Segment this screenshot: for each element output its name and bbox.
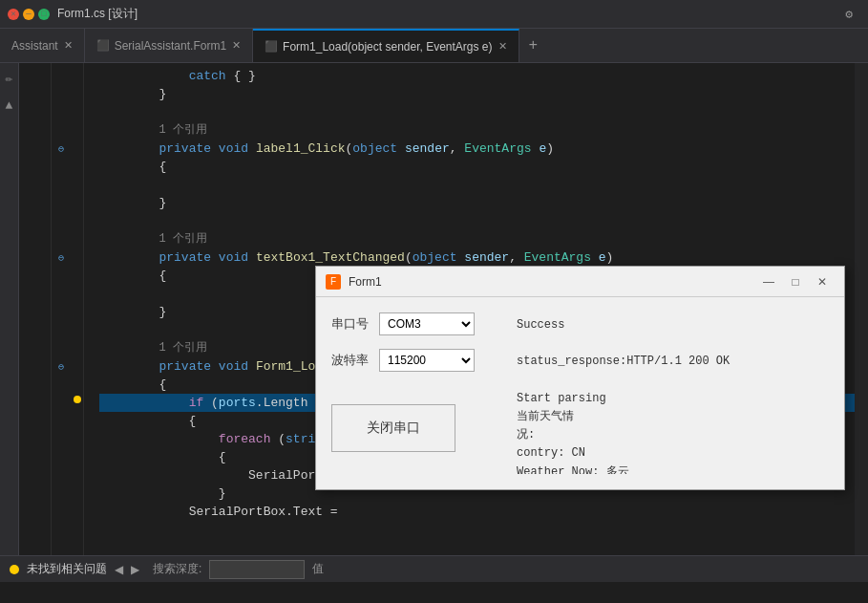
form1-output: Success status_response:HTTP/1.1 200 OK … <box>513 312 829 474</box>
indicator-2 <box>71 81 83 99</box>
baud-rate-select[interactable]: 115200 9600 19200 38400 57600 <box>379 349 475 372</box>
form1-dialog: F Form1 — □ ✕ 串口号 COM3 COM1 COM2 COM4 波特… <box>315 266 845 490</box>
fold-column: ⊖ ⊖ ⊖ <box>52 63 71 555</box>
window-title: Form1.cs [设计] <box>57 6 138 22</box>
fold-cell-17[interactable]: ⊖ <box>52 357 71 376</box>
baud-rate-field: 波特率 115200 9600 19200 38400 57600 <box>331 349 494 372</box>
close-serial-btn[interactable]: 关闭串口 <box>331 404 455 452</box>
tab-form1[interactable]: ⬛ SerialAssistant.Form1 ✕ <box>85 29 253 62</box>
fold-cell-18 <box>52 376 71 394</box>
code-line-4: 1 个引用 <box>99 121 855 140</box>
code-line-1: catch { } <box>99 67 855 85</box>
indicator-24 <box>71 481 83 499</box>
code-line-9 <box>99 212 855 230</box>
fold-cell-14 <box>52 303 71 321</box>
code-line-10: 1 个引用 <box>99 230 855 248</box>
fold-cell-11[interactable]: ⊖ <box>52 248 71 267</box>
tab-form1load-label: Form1_Load(object sender, EventArgs e) <box>283 40 492 54</box>
code-line-2: } <box>99 85 855 103</box>
indicator-20 <box>71 408 83 426</box>
indicator-5 <box>71 136 83 154</box>
triangle-icon[interactable]: ▲ <box>6 96 13 115</box>
tab-form1-icon: ⬛ <box>96 39 110 52</box>
right-gutter <box>855 63 868 555</box>
tab-assistant-label: Assistant <box>11 39 58 53</box>
breakpoint-dot <box>74 396 81 403</box>
fold-cell-25 <box>52 503 71 521</box>
indicator-8 <box>71 190 83 208</box>
fold-cell-5[interactable]: ⊖ <box>52 140 71 158</box>
line-numbers: ​ ​ ​ ​ ​ ​ ​ ​ ​ ​ ​ ​ ​ ​ ​ ​ ​ ​ ​ ​ … <box>19 63 52 555</box>
fold-cell-12 <box>52 267 71 285</box>
kw-catch: catch <box>189 67 226 85</box>
ref-count-3: 1 个引用 <box>159 339 206 357</box>
ref-count-2: 1 个引用 <box>159 230 206 248</box>
code-line-3 <box>99 103 855 121</box>
indicator-14 <box>71 299 83 317</box>
indicator-10 <box>71 226 83 245</box>
form1-title-icon: F <box>326 274 341 290</box>
window-min-btn[interactable]: — <box>23 9 34 20</box>
window-close-btn[interactable]: ✕ <box>8 9 19 20</box>
indicator-18 <box>71 372 83 390</box>
fold-cell-9 <box>52 212 71 230</box>
indicator-strip <box>71 63 84 555</box>
form1-maximize-btn[interactable]: □ <box>783 271 808 292</box>
indicator-12 <box>71 263 83 281</box>
window-max-btn[interactable]: □ <box>38 9 50 20</box>
indicator-17 <box>71 354 83 372</box>
tab-form1-label: SerialAssistant.Form1 <box>115 39 226 53</box>
fold-cell-8 <box>52 194 71 212</box>
pencil-icon[interactable]: ✏ <box>6 69 13 88</box>
search-depth-input[interactable] <box>209 560 305 579</box>
fold-cell-2 <box>52 85 71 103</box>
indicator-25 <box>71 499 83 517</box>
nav-back-btn[interactable]: ◀ <box>115 563 123 576</box>
indicator-19[interactable] <box>71 390 83 408</box>
tab-assistant-close[interactable]: ✕ <box>64 39 73 52</box>
indicator-9 <box>71 208 83 226</box>
fold-cell-19 <box>52 394 71 412</box>
tab-form1-close[interactable]: ✕ <box>232 39 241 52</box>
search-depth-label: 搜索深度: <box>153 561 201 577</box>
indicator-13 <box>71 281 83 299</box>
form1-body: 串口号 COM3 COM1 COM2 COM4 波特率 115200 9600 … <box>316 297 844 489</box>
fold-cell-21 <box>52 430 71 448</box>
code-line-8: } <box>99 194 855 212</box>
title-bar: ✕ — □ Form1.cs [设计] ⚙ <box>0 0 868 29</box>
ref-count-1: 1 个引用 <box>159 121 206 140</box>
indicator-1 <box>71 63 83 81</box>
fold-cell-3 <box>52 103 71 121</box>
tab-form1load-icon: ⬛ <box>265 40 278 53</box>
serial-port-field: 串口号 COM3 COM1 COM2 COM4 <box>331 312 494 335</box>
baud-rate-label: 波特率 <box>331 352 370 369</box>
nav-fwd-btn[interactable]: ▶ <box>131 563 139 576</box>
form1-minimize-btn[interactable]: — <box>756 271 781 292</box>
fold-cell-4 <box>52 121 71 140</box>
fold-cell-1 <box>52 67 71 85</box>
form1-titlebar: F Form1 — □ ✕ <box>316 267 844 297</box>
fold-cell-22 <box>52 448 71 466</box>
left-panel: ✏ ▲ <box>0 63 19 555</box>
indicator-15 <box>71 317 83 335</box>
tab-form1load[interactable]: ⬛ Form1_Load(object sender, EventArgs e)… <box>253 29 519 62</box>
code-line-6: { <box>99 158 855 176</box>
indicator-16 <box>71 335 83 354</box>
form1-close-btn[interactable]: ✕ <box>810 271 835 292</box>
fold-cell-7 <box>52 176 71 194</box>
fold-cell-16 <box>52 339 71 357</box>
indicator-11 <box>71 245 83 263</box>
bottom-toolbar: 未找到相关问题 ◀ ▶ 搜索深度: 值 <box>0 555 868 582</box>
tab-add-btn[interactable]: + <box>519 29 548 62</box>
fold-cell-24 <box>52 485 71 503</box>
serial-port-select[interactable]: COM3 COM1 COM2 COM4 <box>379 312 475 335</box>
settings-icon[interactable]: ⚙ <box>845 7 853 22</box>
indicator-7 <box>71 172 83 190</box>
tab-form1load-close[interactable]: ✕ <box>498 40 507 53</box>
fold-cell-10 <box>52 230 71 248</box>
indicator-6 <box>71 154 83 172</box>
window-controls[interactable]: ✕ — □ <box>8 9 50 20</box>
depth-value-label: 值 <box>312 561 324 577</box>
code-line-7 <box>99 176 855 194</box>
tab-assistant[interactable]: Assistant ✕ <box>0 29 85 62</box>
